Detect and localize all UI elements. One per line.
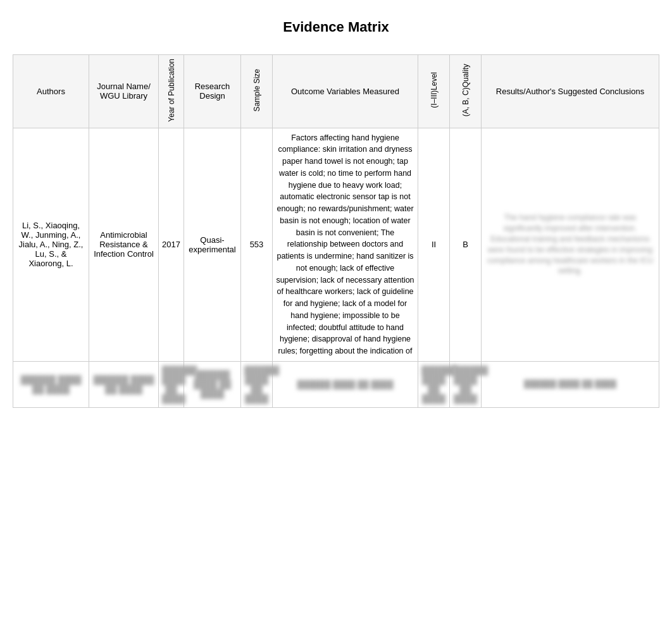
header-quality: (A, B, C)Quality xyxy=(450,55,482,128)
table-row: ██████ ████ ██ ██████████ ████ ██ ██████… xyxy=(13,361,659,407)
header-year: Year of Publication xyxy=(159,55,184,128)
header-journal: Journal Name/ WGU Library xyxy=(89,55,159,128)
cell-research-design: Quasi-experimental xyxy=(184,128,241,361)
cell-level: II xyxy=(418,128,450,361)
page-title: Evidence Matrix xyxy=(13,19,659,35)
table-cell: ██████ ████ ██ ████ xyxy=(13,361,89,407)
cell-year: 2017 xyxy=(159,128,184,361)
evidence-matrix-table: Authors Journal Name/ WGU Library Year o… xyxy=(13,54,659,408)
header-results: Results/Author's Suggested Conclusions xyxy=(482,55,659,128)
table-cell: ██████ ████ ██ ████ xyxy=(184,361,241,407)
header-outcome: Outcome Variables Measured xyxy=(273,55,418,128)
table-cell: ██████ ████ ██ ████ xyxy=(159,361,184,407)
cell-outcome: Factors affecting hand hygiene complianc… xyxy=(273,128,418,361)
header-authors: Authors xyxy=(13,55,89,128)
cell-results: The hand hygiene compliance rate was sig… xyxy=(482,128,659,361)
header-level: (I–III)Level xyxy=(418,55,450,128)
table-row: Li, S., Xiaoqing, W., Junming, A., Jialu… xyxy=(13,128,659,361)
header-sample-size: Sample Size xyxy=(241,55,273,128)
table-cell: ██████ ████ ██ ████ xyxy=(273,361,418,407)
page-container: Evidence Matrix Authors Journal Name/ WG… xyxy=(0,0,672,633)
cell-sample-size: 553 xyxy=(241,128,273,361)
table-cell: ██████ ████ ██ ████ xyxy=(418,361,450,407)
table-cell: ██████ ████ ██ ████ xyxy=(450,361,482,407)
table-cell: ██████ ████ ██ ████ xyxy=(241,361,273,407)
table-cell: ██████ ████ ██ ████ xyxy=(89,361,159,407)
cell-authors: Li, S., Xiaoqing, W., Junming, A., Jialu… xyxy=(13,128,89,361)
table-cell: ██████ ████ ██ ████ xyxy=(482,361,659,407)
cell-journal: Antimicrobial Resistance & Infection Con… xyxy=(89,128,159,361)
header-research-design: Research Design xyxy=(184,55,241,128)
cell-quality: B xyxy=(450,128,482,361)
